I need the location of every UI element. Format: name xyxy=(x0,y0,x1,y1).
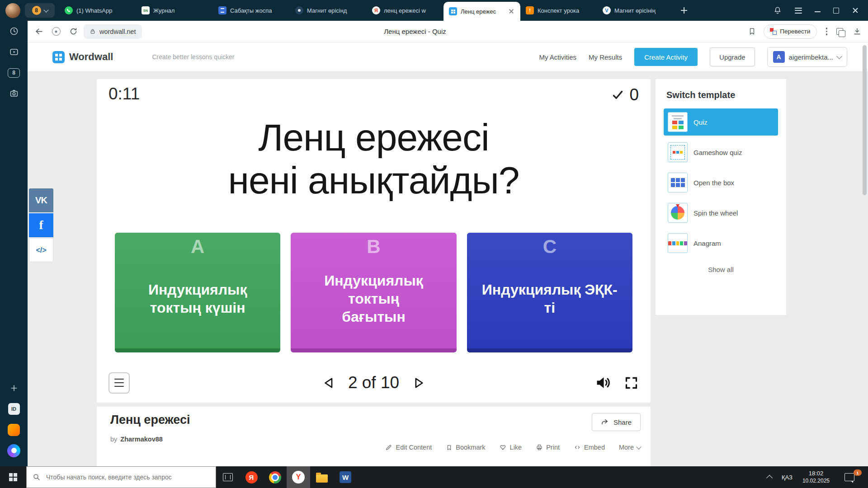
template-item-anagram[interactable]: Anagram xyxy=(664,230,778,257)
screenshot-icon[interactable] xyxy=(4,83,24,104)
previous-question-icon[interactable] xyxy=(322,376,335,389)
downloads-icon[interactable] xyxy=(853,27,862,36)
chrome-button[interactable] xyxy=(263,466,287,488)
lock-icon xyxy=(90,28,96,35)
vk-share-button[interactable]: VK xyxy=(29,188,53,212)
alice-icon[interactable] xyxy=(47,23,65,40)
close-tab-icon[interactable] xyxy=(508,8,515,15)
sn-icon xyxy=(142,6,150,14)
video-icon[interactable] xyxy=(4,42,24,62)
template-item-quiz[interactable]: Quiz xyxy=(664,108,778,136)
yandex-id-icon[interactable]: ID xyxy=(4,399,24,419)
language-indicator[interactable]: ҚАЗ xyxy=(777,466,797,488)
notification-badge: 1 xyxy=(854,469,862,476)
upgrade-button[interactable]: Upgrade xyxy=(710,47,755,66)
notification-icon xyxy=(844,473,854,481)
account-menu[interactable]: A aigerimbekta... xyxy=(767,47,847,67)
reload-button[interactable] xyxy=(65,23,82,40)
add-icon[interactable] xyxy=(4,378,24,399)
template-item-spin-the-wheel[interactable]: Spin the wheel xyxy=(664,199,778,226)
answer-a[interactable]: A Индукциялық токтың күшін xyxy=(115,233,280,352)
fullscreen-icon[interactable] xyxy=(624,375,639,390)
start-button[interactable] xyxy=(0,466,26,488)
hidden-icons-button[interactable] xyxy=(762,466,777,488)
tab-sabaqty[interactable]: Сабақты жоспа xyxy=(213,0,290,21)
quiz-timer: 0:11 xyxy=(108,84,140,103)
quiz-thumbnail xyxy=(668,112,688,132)
more-button[interactable]: More xyxy=(619,444,641,451)
share-button[interactable]: Share xyxy=(592,413,641,431)
tab-label: Магнит өрісінің xyxy=(614,7,669,14)
question-list-button[interactable] xyxy=(108,372,130,394)
task-view-button[interactable] xyxy=(216,466,240,488)
next-question-icon[interactable] xyxy=(412,376,425,389)
embed-code-button[interactable]: </> xyxy=(29,238,53,262)
search-input[interactable] xyxy=(45,473,210,481)
tab-magnit-2[interactable]: Магнит өрісінің xyxy=(597,0,674,21)
taskbar-tray: ҚАЗ 18:02 10.02.2025 1 xyxy=(762,466,868,488)
history-icon[interactable] xyxy=(4,21,24,42)
bookmark-icon[interactable] xyxy=(748,27,756,36)
profile-avatar[interactable] xyxy=(5,3,20,18)
menu-icon[interactable] xyxy=(795,8,802,14)
heart-icon xyxy=(500,444,507,451)
wordwall-logo[interactable]: Wordwall xyxy=(52,51,113,63)
tab-magnit-1[interactable]: Магнит өрісінд xyxy=(290,0,367,21)
social-share-rail: VK f </> xyxy=(29,188,53,263)
translate-button[interactable]: Перевести xyxy=(764,24,816,39)
tab-zhurnal[interactable]: Журнал xyxy=(136,0,213,21)
notification-center-button[interactable]: 1 xyxy=(835,466,864,488)
clock[interactable]: 18:02 10.02.2025 xyxy=(797,466,835,488)
tabs-panel-icon[interactable]: 8 xyxy=(4,62,24,83)
sound-icon[interactable] xyxy=(595,375,611,391)
create-activity-button[interactable]: Create Activity xyxy=(634,48,698,66)
facebook-share-button[interactable]: f xyxy=(29,213,53,237)
print-button[interactable]: Print xyxy=(536,444,560,451)
author-link[interactable]: Zharmakov88 xyxy=(120,436,163,443)
word-button[interactable]: W xyxy=(334,466,357,488)
answer-b[interactable]: B Индукциялық токтың бағытын xyxy=(291,233,456,352)
bookmark-icon xyxy=(446,444,453,451)
browser-sidebar: 8 ID xyxy=(0,21,28,466)
maximize-button[interactable] xyxy=(833,8,839,14)
tab-lenz-quiz-active[interactable]: Ленц ережес xyxy=(443,2,520,21)
tab-lenz-search[interactable]: ленц ережесі w xyxy=(367,0,443,21)
gameshow-thumbnail xyxy=(668,142,688,162)
more-options-icon[interactable] xyxy=(824,26,830,37)
services-icon[interactable] xyxy=(4,419,24,440)
tab-whatsapp[interactable]: (1) WhatsApp xyxy=(59,0,136,21)
scrollbar-thumb[interactable] xyxy=(863,45,867,195)
address-domain: wordwall.net xyxy=(99,28,136,35)
nav-my-results[interactable]: My Results xyxy=(589,53,622,61)
yandex-browser-button[interactable]: Y xyxy=(287,466,310,488)
yandex-icon xyxy=(372,6,380,14)
like-button[interactable]: Like xyxy=(500,444,522,451)
sidebar-bottom-group: ID xyxy=(4,378,24,461)
taskbar-search[interactable] xyxy=(26,466,216,488)
tab-label: Сабақты жоспа xyxy=(230,7,284,14)
minimize-button[interactable] xyxy=(815,11,821,12)
show-all-link[interactable]: Show all xyxy=(664,266,778,273)
tab-group-chip[interactable]: 8 xyxy=(25,3,55,18)
activity-title: Ленц ережесі xyxy=(110,413,190,427)
template-item-open-the-box[interactable]: Open the box xyxy=(664,169,778,196)
file-explorer-button[interactable] xyxy=(310,466,334,488)
collections-icon[interactable] xyxy=(836,28,843,35)
tab-konspekt[interactable]: Конспект урока xyxy=(520,0,597,21)
bell-icon[interactable] xyxy=(773,6,782,15)
tab-label: (1) WhatsApp xyxy=(76,7,131,14)
new-tab-button[interactable] xyxy=(677,3,691,18)
yandex-app-button[interactable]: Я xyxy=(240,466,263,488)
nav-my-activities[interactable]: My Activities xyxy=(539,53,576,61)
template-item-gameshow-quiz[interactable]: Gameshow quiz xyxy=(664,139,778,166)
close-window-button[interactable] xyxy=(852,7,859,14)
windows-taskbar: Я Y W ҚАЗ 18:02 10.02.2025 1 xyxy=(0,466,868,488)
alice-assistant-icon[interactable] xyxy=(4,440,24,461)
edit-content-button[interactable]: Edit Content xyxy=(385,444,432,451)
embed-button[interactable]: Embed xyxy=(574,444,605,451)
address-bar[interactable]: wordwall.net xyxy=(84,24,142,39)
browser-tab-bar: 8 (1) WhatsApp Журнал Сабақты жоспа Магн… xyxy=(0,0,868,21)
answer-c[interactable]: C Индукциялық ЭҚК-ті xyxy=(467,233,632,352)
bookmark-button[interactable]: Bookmark xyxy=(446,444,485,451)
back-button[interactable] xyxy=(30,23,47,40)
